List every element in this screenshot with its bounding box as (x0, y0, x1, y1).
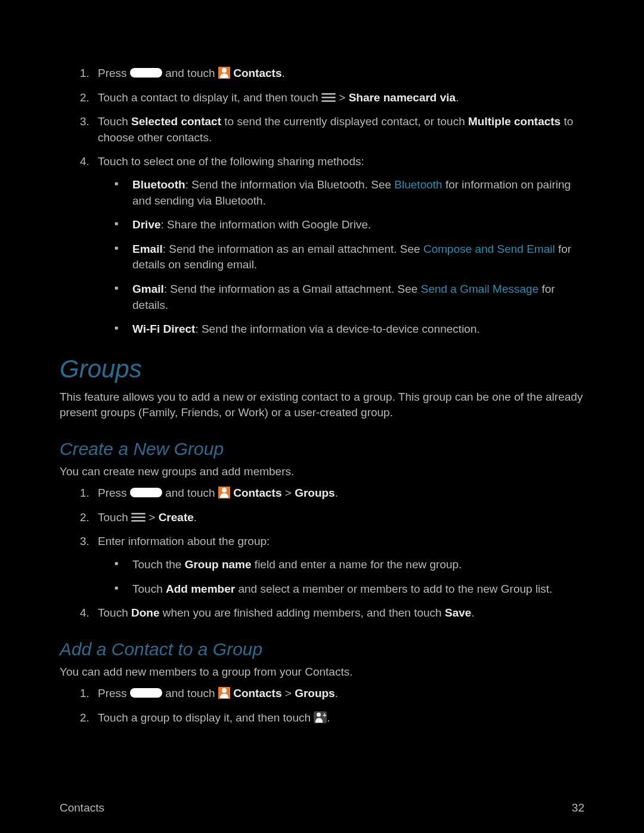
text: : Send the information as a Gmail attach… (164, 283, 421, 295)
text: > (145, 511, 159, 524)
cstep-3: 3. Enter information about the group: To… (98, 534, 584, 597)
share-namecard-label: Share namecard via (349, 91, 456, 104)
step-1: 1. Press and touch Contacts. (98, 66, 584, 82)
text: Touch (132, 583, 166, 595)
astep-2: 2. Touch a group to display it, and then… (98, 710, 584, 726)
astep-1: 1. Press and touch Contacts > Groups. (98, 686, 584, 702)
text: : Send the information via Bluetooth. Se… (185, 178, 395, 191)
text: when you are finished adding members, an… (159, 606, 444, 619)
text: Press (98, 67, 130, 79)
compose-email-link[interactable]: Compose and Send Email (423, 243, 555, 255)
bullet-addmember: Touch Add member and select a member or … (114, 581, 584, 597)
text: Press (98, 487, 130, 499)
text: and touch (162, 67, 218, 79)
text: > (336, 91, 349, 104)
method-drive: Drive: Share the information with Google… (114, 217, 584, 233)
cstep-2: 2. Touch > Create. (98, 510, 584, 526)
done-label: Done (131, 606, 160, 619)
menu-icon (131, 513, 145, 522)
cstep-4: 4. Touch Done when you are finished addi… (98, 605, 584, 621)
contacts-icon (218, 67, 230, 79)
text: Touch the (132, 558, 185, 571)
bullet-groupname: Touch the Group name field and enter a n… (114, 557, 584, 573)
label: Group name (185, 558, 252, 571)
add-contact-intro: You can add new members to a group from … (60, 664, 584, 680)
selected-contact-label: Selected contact (131, 115, 221, 128)
multiple-contacts-label: Multiple contacts (468, 115, 561, 128)
method-wifidirect: Wi-Fi Direct: Send the information via a… (114, 321, 584, 337)
home-button-icon (130, 688, 162, 698)
share-steps: 1. Press and touch Contacts. 2. Touch a … (98, 66, 584, 337)
text: : Send the information via a device-to-d… (195, 323, 479, 335)
text: . (456, 91, 459, 104)
create-group-intro: You can create new groups and add member… (60, 464, 584, 480)
page-number: 32 (572, 800, 584, 816)
text: Touch a group to display it, and then to… (98, 711, 314, 724)
home-button-icon (130, 488, 162, 497)
text: . (194, 511, 197, 524)
text: . (471, 606, 474, 619)
groups-intro: This feature allows you to add a new or … (60, 389, 584, 421)
text: . (335, 487, 338, 499)
text: Press (98, 687, 130, 699)
groups-label: Groups (295, 687, 335, 699)
home-button-icon (130, 68, 162, 78)
step-4: 4. Touch to select one of the following … (98, 154, 584, 337)
text: Touch (98, 115, 131, 128)
text: . (281, 67, 284, 79)
add-steps: 1. Press and touch Contacts > Groups. 2.… (98, 686, 584, 726)
label: Drive (132, 218, 161, 231)
text: to send the currently displayed contact,… (221, 115, 468, 128)
label: Email (132, 243, 163, 255)
text: Touch (98, 511, 131, 524)
contacts-icon (218, 687, 230, 699)
text: . (327, 711, 330, 724)
groups-heading: Groups (60, 352, 584, 387)
contacts-label: Contacts (230, 687, 282, 699)
label: Wi-Fi Direct (132, 323, 195, 335)
sharing-methods-list: Bluetooth: Send the information via Blue… (114, 177, 584, 337)
text: Enter information about the group: (98, 535, 270, 547)
method-gmail: Gmail: Send the information as a Gmail a… (114, 281, 584, 313)
cstep-1: 1. Press and touch Contacts > Groups. (98, 485, 584, 501)
footer-section: Contacts (60, 800, 104, 816)
create-steps: 1. Press and touch Contacts > Groups. 2.… (98, 485, 584, 621)
save-label: Save (445, 606, 471, 619)
menu-icon (321, 93, 336, 103)
method-email: Email: Send the information as an email … (114, 241, 584, 273)
text: and touch (162, 687, 218, 699)
method-bluetooth: Bluetooth: Send the information via Blue… (114, 177, 584, 209)
text: : Share the information with Google Driv… (161, 218, 371, 231)
create-label: Create (159, 511, 194, 524)
label: Gmail (132, 283, 164, 295)
step-2: 2. Touch a contact to display it, and th… (98, 90, 584, 106)
bluetooth-link[interactable]: Bluetooth (394, 178, 442, 191)
text: and touch (162, 487, 218, 499)
create-bullets: Touch the Group name field and enter a n… (114, 557, 584, 597)
text: > (281, 687, 295, 699)
text: field and enter a name for the new group… (252, 558, 462, 571)
label: Add member (166, 583, 235, 595)
contacts-label: Contacts (230, 67, 282, 79)
step-3: 3. Touch Selected contact to send the cu… (98, 114, 584, 145)
page-footer: Contacts 32 (60, 800, 584, 816)
text: Touch to select one of the following sha… (98, 155, 364, 168)
text: Touch a contact to display it, and then … (98, 91, 321, 104)
add-contact-heading: Add a Contact to a Group (60, 637, 584, 662)
text: . (335, 687, 338, 699)
label: Bluetooth (132, 178, 185, 191)
text: and select a member or members to add to… (235, 583, 552, 595)
add-person-icon (314, 711, 327, 723)
text: > (281, 487, 295, 499)
create-group-heading: Create a New Group (60, 436, 584, 462)
text: Touch (98, 606, 131, 619)
groups-label: Groups (295, 487, 335, 499)
contacts-label: Contacts (230, 487, 282, 499)
contacts-icon (218, 487, 230, 498)
gmail-message-link[interactable]: Send a Gmail Message (421, 283, 539, 295)
text: : Send the information as an email attac… (163, 243, 423, 255)
